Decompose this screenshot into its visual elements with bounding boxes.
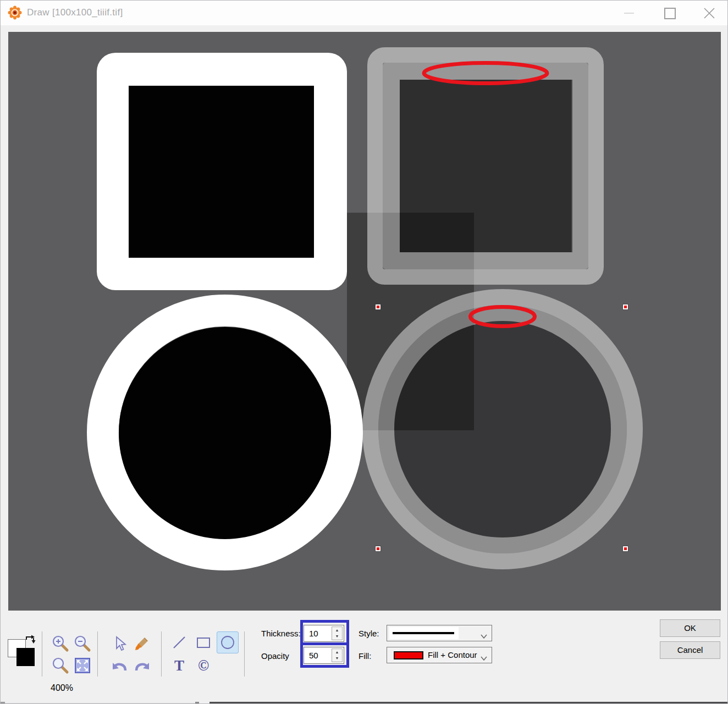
undo-button[interactable]	[109, 656, 130, 675]
fit-to-window-button[interactable]	[72, 656, 93, 675]
opacity-label: Opacity	[261, 651, 289, 661]
style-dropdown[interactable]	[387, 625, 492, 641]
minimize-button[interactable]	[615, 1, 646, 25]
red-ellipse-on-circle	[471, 307, 535, 326]
title-bar: Draw [100x100_tiiif.tif]	[1, 1, 727, 25]
thickness-highlight-box	[300, 620, 349, 645]
text-tool-button[interactable]: T	[169, 656, 190, 675]
cancel-button[interactable]: Cancel	[660, 641, 720, 659]
red-ellipse-on-square	[424, 63, 547, 84]
window-bottom-edge	[1, 702, 728, 704]
selection-handle-top-right[interactable]	[623, 304, 628, 309]
thickness-label: Thickness:	[261, 629, 301, 638]
redo-button[interactable]	[131, 656, 152, 675]
zoom-in-button[interactable]	[50, 634, 71, 653]
bottom-edge-mark	[195, 702, 199, 704]
line-style-preview	[389, 627, 459, 639]
zoom-out-button[interactable]	[72, 634, 93, 653]
magnifier-button[interactable]	[50, 656, 71, 675]
ellipse-tool-button[interactable]	[217, 631, 239, 653]
ok-button[interactable]: OK	[660, 619, 720, 637]
copyright-tool-glyph: ©	[198, 658, 209, 673]
selection-handle-bottom-right[interactable]	[623, 546, 628, 551]
chevron-down-icon	[481, 653, 487, 663]
background-color-swatch[interactable]	[16, 648, 35, 666]
chevron-down-icon	[481, 631, 487, 641]
toolbar-separator	[42, 631, 42, 677]
red-ellipse-annotations	[8, 32, 721, 611]
copyright-tool-button[interactable]: ©	[193, 656, 214, 675]
bottom-edge-mark	[1, 702, 5, 704]
line-tool-button[interactable]	[169, 633, 190, 652]
zoom-level-text: 400%	[51, 683, 73, 693]
bottom-edge-dark-line	[209, 702, 728, 704]
opacity-highlight-box	[300, 642, 349, 668]
toolbar-separator	[244, 631, 245, 677]
selection-handle-bottom-left[interactable]	[376, 546, 380, 551]
eyedropper-tool-button[interactable]	[131, 634, 152, 653]
app-logo-icon	[8, 5, 22, 20]
toolbar-separator	[161, 631, 162, 677]
rectangle-tool-button[interactable]	[193, 633, 214, 652]
cursor-tool-button[interactable]	[109, 634, 130, 653]
selection-handle-top-left[interactable]	[376, 304, 380, 309]
swap-colors-icon[interactable]	[25, 635, 36, 648]
maximize-button[interactable]	[655, 1, 686, 25]
drawing-canvas[interactable]	[8, 32, 721, 611]
style-label: Style:	[359, 629, 379, 638]
fill-color-swatch	[394, 651, 423, 659]
window-title: Draw [100x100_tiiif.tif]	[27, 7, 123, 18]
text-tool-glyph: T	[174, 658, 184, 673]
toolbar-separator	[97, 631, 98, 677]
fill-label: Fill:	[359, 651, 371, 661]
solid-line-sample	[393, 632, 454, 634]
fill-dropdown[interactable]: Fill + Contour	[387, 647, 492, 663]
fill-dropdown-value: Fill + Contour	[428, 650, 477, 659]
draw-dialog-window: { "window": { "title": "Draw [100x100_ti…	[0, 0, 728, 704]
close-button[interactable]	[694, 1, 725, 25]
